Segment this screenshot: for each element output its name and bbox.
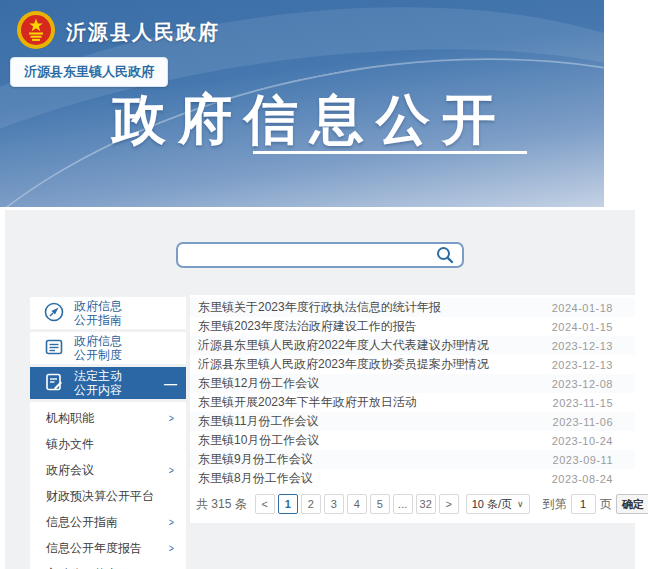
doc-link[interactable]: 沂源县东里镇人民政府2023年度政协委员提案办理情况 [198, 356, 542, 373]
site-name: 沂源县人民政府 [66, 19, 220, 46]
page-button-5[interactable]: 5 [370, 494, 390, 514]
search-input[interactable] [186, 245, 435, 265]
list-item: 东里镇8月份工作会议 2023-08-24 [190, 469, 635, 488]
jump-page-input[interactable] [571, 494, 596, 514]
confirm-button[interactable]: 确定 [616, 494, 648, 514]
document-list: 东里镇关于2023年度行政执法信息的统计年报 2024-01-18 东里镇202… [190, 295, 635, 523]
list-item: 东里镇2023年度法治政府建设工作的报告 2024-01-15 [190, 317, 635, 336]
doc-date: 2023-11-06 [553, 416, 613, 428]
doc-date: 2023-12-13 [552, 340, 613, 352]
submenu-item-town-documents[interactable]: 镇办文件 [30, 431, 186, 457]
chevron-right-icon: > [168, 412, 173, 424]
list-item: 东里镇关于2023年度行政执法信息的统计年报 2024-01-18 [190, 298, 635, 317]
page-button-4[interactable]: 4 [347, 494, 367, 514]
page-button-1[interactable]: 1 [278, 494, 298, 514]
sidebar-item-label: 法定主动 公开内容 [74, 369, 122, 397]
doc-date: 2023-11-15 [553, 397, 613, 409]
sidebar-item-label: 政府信息 公开指南 [74, 299, 122, 327]
sidebar-item-system[interactable]: 政府信息 公开制度 [30, 332, 186, 364]
national-emblem-icon [16, 10, 56, 54]
sidebar-item-active-disclosure[interactable]: 法定主动 公开内容 — [30, 367, 186, 399]
chevron-down-icon: ∨ [517, 499, 524, 509]
sidebar-item-guide[interactable]: 政府信息 公开指南 [30, 297, 186, 329]
next-page-button[interactable]: > [439, 494, 459, 514]
sidebar: 政府信息 公开指南 政府信息 公开制度 [30, 297, 186, 569]
list-item: 东里镇9月份工作会议 2023-09-11 [190, 450, 635, 469]
doc-link[interactable]: 东里镇2023年度法治政府建设工作的报告 [198, 318, 542, 335]
page-size-select[interactable]: 10 条/页 ∨ [466, 494, 530, 514]
page-jump: 到第 页 确定 [543, 494, 648, 514]
site-home-link[interactable]: 沂源县人民政府 [16, 10, 220, 54]
doc-link[interactable]: 东里镇11月份工作会议 [198, 413, 543, 430]
sub-site-label: 沂源县东里镇人民政府 [24, 64, 154, 79]
doc-date: 2023-08-24 [552, 473, 613, 485]
jump-suffix-label: 页 [600, 496, 612, 513]
doc-link[interactable]: 东里镇10月份工作会议 [198, 432, 542, 449]
prev-page-button[interactable]: < [255, 494, 275, 514]
total-count: 共 315 条 [196, 496, 247, 513]
chevron-right-icon: > [168, 464, 173, 476]
content-panel: 政府信息 公开指南 政府信息 公开制度 [5, 210, 635, 569]
title-underline [253, 151, 527, 154]
doc-link[interactable]: 东里镇关于2023年度行政执法信息的统计年报 [198, 299, 542, 316]
doc-date: 2023-12-13 [552, 359, 613, 371]
doc-date: 2024-01-18 [552, 302, 613, 314]
list-item: 东里镇12月份工作会议 2023-12-08 [190, 374, 635, 393]
doc-link[interactable]: 沂源县东里镇人民政府2022年度人大代表建议办理情况 [198, 337, 542, 354]
chevron-right-icon: > [168, 516, 173, 528]
page-button-2[interactable]: 2 [301, 494, 321, 514]
pagination: 共 315 条 < 1 2 3 4 5 ... 32 > 10 条/页 ∨ 到第… [190, 491, 635, 517]
page-ellipsis-button[interactable]: ... [393, 494, 413, 514]
compass-icon [43, 301, 65, 326]
clipboard-pen-icon [43, 371, 65, 396]
doc-date: 2023-12-08 [552, 378, 613, 390]
doc-link[interactable]: 东里镇9月份工作会议 [198, 451, 543, 468]
doc-link[interactable]: 东里镇8月份工作会议 [198, 470, 542, 487]
search-row [5, 242, 635, 268]
doc-date: 2023-10-24 [552, 435, 613, 447]
jump-prefix-label: 到第 [543, 496, 567, 513]
site-banner: 沂源县人民政府 沂源县东里镇人民政府 政府信息公开 [0, 0, 604, 207]
submenu-item-info-guide[interactable]: 信息公开指南 > [30, 509, 186, 535]
doc-date: 2024-01-15 [552, 321, 613, 333]
list-item: 东里镇10月份工作会议 2023-10-24 [190, 431, 635, 450]
submenu-item-gov-meetings[interactable]: 政府会议 > [30, 457, 186, 483]
sidebar-item-label: 政府信息 公开制度 [74, 334, 122, 362]
sidebar-submenu: 机构职能 > 镇办文件 政府会议 > 财政预决算公开平台 信息公开指南 > 信息… [30, 402, 186, 569]
list-item: 沂源县东里镇人民政府2023年度政协委员提案办理情况 2023-12-13 [190, 355, 635, 374]
submenu-item-budget-platform[interactable]: 财政预决算公开平台 [30, 483, 186, 509]
submenu-item-annual-report[interactable]: 信息公开年度报告 > [30, 535, 186, 561]
search-icon[interactable] [435, 245, 455, 265]
page-button-3[interactable]: 3 [324, 494, 344, 514]
submenu-item-basic-catalog[interactable]: 主动公开基本目录 > [30, 561, 186, 569]
list-item: 东里镇11月份工作会议 2023-11-06 [190, 412, 635, 431]
page-title: 政府信息公开 [112, 84, 508, 157]
doc-link[interactable]: 东里镇开展2023年下半年政府开放日活动 [198, 394, 543, 411]
list-item: 东里镇开展2023年下半年政府开放日活动 2023-11-15 [190, 393, 635, 412]
doc-link[interactable]: 东里镇12月份工作会议 [198, 375, 542, 392]
submenu-item-org-functions[interactable]: 机构职能 > [30, 405, 186, 431]
sub-site-button[interactable]: 沂源县东里镇人民政府 [10, 57, 168, 87]
chevron-right-icon: > [168, 542, 173, 554]
doc-date: 2023-09-11 [553, 454, 613, 466]
search-box [176, 242, 464, 268]
list-item: 沂源县东里镇人民政府2022年度人大代表建议办理情况 2023-12-13 [190, 336, 635, 355]
page-button-32[interactable]: 32 [416, 494, 436, 514]
collapse-icon[interactable]: — [164, 376, 177, 391]
document-list-icon [43, 336, 65, 361]
